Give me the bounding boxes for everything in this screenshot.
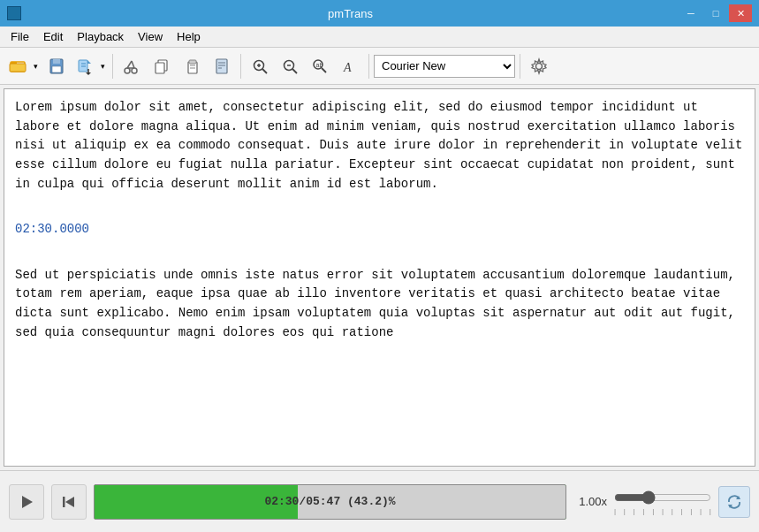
- text-editor[interactable]: Lorem ipsum dolor sit amet, consectetur …: [4, 89, 755, 466]
- svg-rect-5: [52, 66, 61, 72]
- svg-rect-2: [10, 64, 26, 72]
- paste-button[interactable]: [178, 52, 206, 80]
- svg-marker-11: [86, 72, 91, 75]
- loop-button[interactable]: [718, 486, 750, 518]
- zoom-out-button[interactable]: [276, 52, 304, 80]
- svg-text:A: A: [343, 61, 352, 74]
- export-button-group: ▾: [72, 52, 108, 80]
- timestamp-1: 02:30.0000: [15, 220, 744, 239]
- speed-label: 1.00x: [573, 495, 607, 508]
- paragraph-2: Sed ut perspiciatis unde omnis iste natu…: [15, 266, 744, 343]
- svg-line-35: [322, 68, 326, 72]
- svg-rect-20: [189, 60, 196, 64]
- save-button[interactable]: [42, 52, 71, 80]
- close-button[interactable]: ✕: [729, 4, 752, 22]
- progress-label: 02:30/05:47 (43.2)%: [264, 495, 395, 508]
- slider-ticks: |||||||||||: [614, 507, 711, 515]
- toolbar: ▾ ▾ ab A C: [0, 48, 759, 85]
- settings-button[interactable]: [525, 52, 553, 80]
- maximize-button[interactable]: □: [704, 4, 727, 22]
- separator-4: [520, 54, 520, 79]
- window-title: pmTrans: [21, 7, 679, 20]
- svg-rect-23: [216, 59, 227, 73]
- svg-rect-40: [63, 497, 65, 507]
- svg-rect-18: [156, 63, 164, 73]
- speed-slider-container: |||||||||||: [614, 489, 711, 515]
- svg-line-33: [292, 69, 297, 73]
- main-text-area: Lorem ipsum dolor sit amet, consectetur …: [4, 88, 755, 467]
- paragraph-1: Lorem ipsum dolor sit amet, consectetur …: [15, 98, 744, 194]
- menu-help[interactable]: Help: [170, 28, 208, 45]
- export-button[interactable]: [72, 52, 97, 80]
- svg-line-30: [262, 69, 267, 73]
- find-replace-button[interactable]: ab: [306, 52, 334, 80]
- menu-edit[interactable]: Edit: [36, 28, 70, 45]
- svg-rect-4: [53, 59, 60, 64]
- separator-1: [112, 54, 113, 79]
- minimize-button[interactable]: ─: [679, 4, 702, 22]
- rewind-button[interactable]: [51, 484, 87, 520]
- cut-button[interactable]: [118, 52, 146, 80]
- separator-3: [368, 54, 369, 79]
- titlebar: pmTrans ─ □ ✕: [0, 0, 759, 27]
- separator-2: [240, 54, 241, 79]
- menu-file[interactable]: File: [4, 28, 36, 45]
- progress-bar[interactable]: 02:30/05:47 (43.2)%: [94, 484, 566, 520]
- zoom-in-button[interactable]: [246, 52, 274, 80]
- svg-point-13: [132, 68, 137, 73]
- svg-point-38: [536, 63, 543, 69]
- svg-line-14: [127, 61, 132, 68]
- app-icon: [7, 6, 21, 20]
- svg-marker-39: [22, 496, 33, 508]
- font-icon-button[interactable]: A: [336, 52, 364, 80]
- bookmark-button[interactable]: [208, 52, 236, 80]
- svg-marker-41: [65, 497, 74, 507]
- svg-marker-7: [87, 60, 91, 64]
- open-button-group: ▾: [5, 52, 41, 80]
- player-bar: 02:30/05:47 (43.2)% 1.00x |||||||||||: [0, 470, 759, 532]
- copy-button[interactable]: [148, 52, 176, 80]
- menu-view[interactable]: View: [131, 28, 170, 45]
- titlebar-controls: ─ □ ✕: [679, 4, 752, 22]
- svg-text:ab: ab: [316, 62, 323, 68]
- svg-line-15: [132, 61, 134, 68]
- speed-slider[interactable]: [614, 489, 711, 506]
- menu-playback[interactable]: Playback: [70, 28, 131, 45]
- play-button[interactable]: [9, 484, 44, 520]
- svg-point-12: [125, 68, 130, 73]
- font-selector[interactable]: Courier New Arial Times New Roman Verdan…: [374, 55, 515, 78]
- open-dropdown-arrow[interactable]: ▾: [30, 52, 41, 80]
- menubar: File Edit Playback View Help: [0, 27, 759, 48]
- export-dropdown-arrow[interactable]: ▾: [97, 52, 108, 80]
- open-button[interactable]: [5, 52, 30, 80]
